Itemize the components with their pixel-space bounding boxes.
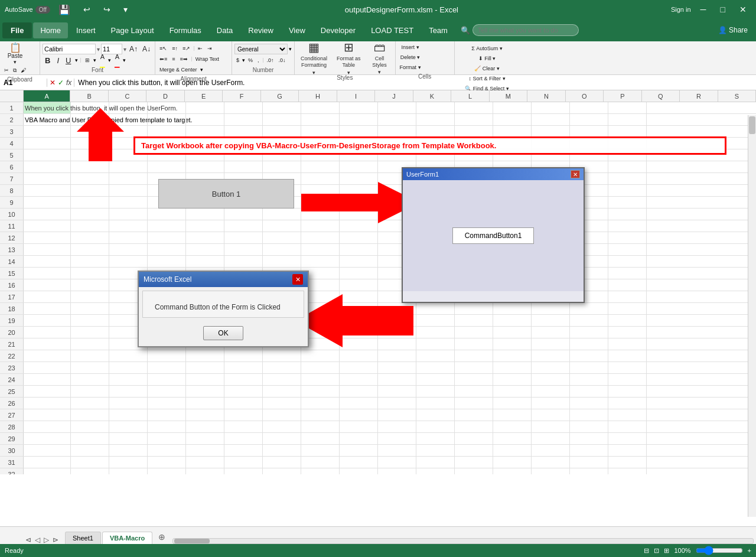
cell-K-24[interactable]: [416, 374, 455, 385]
cell-N-13[interactable]: [532, 244, 570, 255]
cell-H-30[interactable]: [301, 445, 340, 456]
cell-E-18[interactable]: [186, 303, 224, 314]
cell-I-26[interactable]: [340, 398, 378, 409]
cell-E-22[interactable]: [186, 350, 224, 361]
cell-J-15[interactable]: [378, 268, 416, 279]
cell-H-7[interactable]: [301, 173, 340, 184]
cell-L2[interactable]: [455, 114, 493, 125]
col-header-F[interactable]: F: [223, 90, 260, 102]
cell-E-17[interactable]: [186, 291, 224, 302]
cell-G-17[interactable]: [263, 291, 301, 302]
cell-H-12[interactable]: [301, 232, 340, 243]
cell-N-29[interactable]: [532, 433, 570, 444]
cell-F-30[interactable]: [224, 445, 263, 456]
cell-D-31[interactable]: [148, 457, 186, 468]
cell-O-19[interactable]: [570, 315, 608, 326]
cell-L-18[interactable]: [455, 303, 493, 314]
cell-P-15[interactable]: [608, 268, 647, 279]
cell-K-3[interactable]: [416, 126, 455, 137]
cell-F-29[interactable]: [224, 433, 263, 444]
cell-J-29[interactable]: [378, 433, 416, 444]
cell-E-29[interactable]: [186, 433, 224, 444]
menu-review[interactable]: Review: [241, 22, 281, 38]
cell-P-18[interactable]: [608, 303, 647, 314]
cell-L-30[interactable]: [455, 445, 493, 456]
sign-in-label[interactable]: Sign in: [671, 6, 691, 13]
cell-F-11[interactable]: [224, 220, 263, 232]
cell-C-24[interactable]: [109, 374, 148, 385]
cell-styles-button[interactable]: 🗃 CellStyles ▾: [367, 43, 393, 73]
cancel-formula-icon[interactable]: ✕: [50, 79, 56, 87]
cell-E-19[interactable]: [186, 315, 224, 326]
cell-E2[interactable]: [186, 114, 224, 125]
cell-H-18[interactable]: [301, 303, 340, 314]
cell-D-26[interactable]: [148, 398, 186, 409]
col-header-G[interactable]: G: [261, 90, 299, 102]
cell-P-32[interactable]: [608, 468, 647, 474]
cell-B-9[interactable]: [71, 197, 109, 208]
cell-D-3[interactable]: [148, 126, 186, 137]
cell-H-19[interactable]: [301, 315, 340, 326]
cell-I-22[interactable]: [340, 350, 378, 361]
cell-O-8[interactable]: [570, 185, 608, 196]
cell-N-16[interactable]: [532, 279, 570, 291]
cell-E-32[interactable]: [186, 468, 224, 474]
cell-B-7[interactable]: [71, 173, 109, 184]
cell-B-29[interactable]: [71, 433, 109, 444]
col-header-M[interactable]: M: [490, 90, 527, 102]
cell-M-31[interactable]: [493, 457, 532, 468]
decrease-decimal-button[interactable]: .0↓: [277, 56, 288, 65]
cell-J-6[interactable]: [378, 161, 416, 172]
cell-I-12[interactable]: [340, 232, 378, 243]
cell-C2[interactable]: [109, 114, 148, 125]
sheet-first-button[interactable]: ⊲: [24, 536, 33, 544]
cell-D-16[interactable]: [148, 279, 186, 291]
close-button[interactable]: ✕: [735, 4, 751, 15]
cell-O2[interactable]: [570, 114, 608, 125]
decrease-indent-button[interactable]: ⇤: [196, 44, 204, 53]
cell-O-17[interactable]: [570, 291, 608, 302]
cell-N-6[interactable]: [532, 161, 570, 172]
cell-H-13[interactable]: [301, 244, 340, 255]
cell-B-32[interactable]: [71, 468, 109, 474]
cell-B1[interactable]: [71, 102, 109, 113]
cell-I-32[interactable]: [340, 468, 378, 474]
cell-H1[interactable]: [301, 102, 340, 113]
cell-H-10[interactable]: [301, 209, 340, 220]
bold-button[interactable]: B: [43, 56, 53, 65]
cell-M-16[interactable]: [493, 279, 532, 291]
cell-F-21[interactable]: [224, 338, 263, 350]
cell-K-29[interactable]: [416, 433, 455, 444]
cell-C-7[interactable]: [109, 173, 148, 184]
cell-J2[interactable]: [378, 114, 416, 125]
cell-O-10[interactable]: [570, 209, 608, 220]
cell-C-29[interactable]: [109, 433, 148, 444]
cell-L-6[interactable]: [455, 161, 493, 172]
redo-button[interactable]: ↪: [99, 4, 115, 15]
cell-E-31[interactable]: [186, 457, 224, 468]
currency-button[interactable]: $: [234, 56, 241, 65]
underline-button[interactable]: U: [63, 56, 73, 65]
cell-H-26[interactable]: [301, 398, 340, 409]
cell-F-13[interactable]: [224, 244, 263, 255]
cell-C-28[interactable]: [109, 421, 148, 432]
cell-P-9[interactable]: [608, 197, 647, 208]
cell-C-9[interactable]: [109, 197, 148, 208]
cell-O-21[interactable]: [570, 338, 608, 350]
cell-J1[interactable]: [378, 102, 416, 113]
cell-O-3[interactable]: [570, 126, 608, 137]
cell-J-7[interactable]: [378, 173, 416, 184]
cell-C-12[interactable]: [109, 232, 148, 243]
cell-E-30[interactable]: [186, 445, 224, 456]
cell-C-31[interactable]: [109, 457, 148, 468]
cell-A1[interactable]: When you click this button, it will open…: [24, 102, 71, 113]
cell-A-27[interactable]: [24, 409, 71, 421]
cell-J-20[interactable]: [378, 327, 416, 338]
cell-K-30[interactable]: [416, 445, 455, 456]
cell-B-27[interactable]: [71, 409, 109, 421]
cell-M-14[interactable]: [493, 256, 532, 267]
cell-M-7[interactable]: [493, 173, 532, 184]
cell-H-8[interactable]: [301, 185, 340, 196]
cell-B-31[interactable]: [71, 457, 109, 468]
cell-D-21[interactable]: [148, 338, 186, 350]
